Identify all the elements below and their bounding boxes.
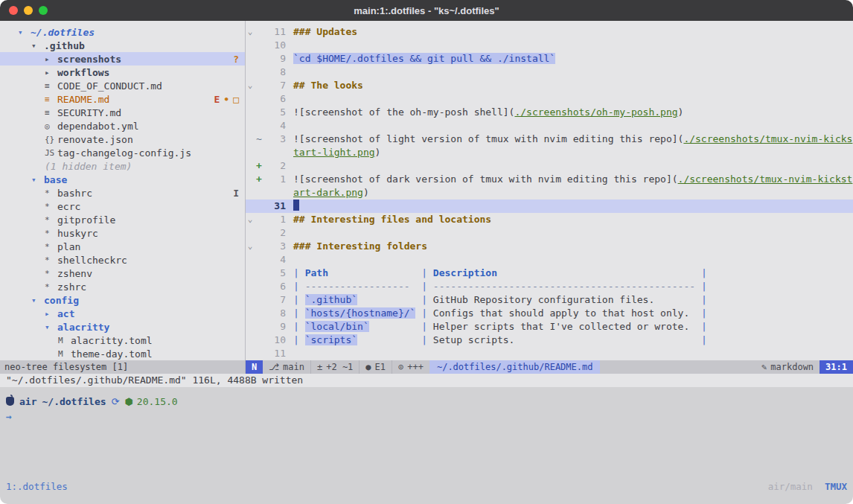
tree-item-ecrc[interactable]: *ecrc — [0, 200, 245, 213]
editor-line[interactable]: 11 — [246, 347, 853, 360]
tree-item-security-md[interactable]: ≡SECURITY.md — [0, 106, 245, 119]
tree-item-dependabot-yml[interactable]: ◎dependabot.yml — [0, 119, 245, 133]
line-number: 8 — [263, 307, 286, 320]
editor-line[interactable]: 5![screenshot of the oh-my-posh shell](.… — [246, 106, 853, 119]
json-file-icon: {} — [45, 135, 57, 144]
tree-item-code-of-conduct-md[interactable]: ≡CODE_OF_CONDUCT.md — [0, 79, 245, 92]
text-segment: | — [293, 294, 305, 305]
line-text: | ------------------ | -----------------… — [293, 280, 853, 293]
folder-open-icon: ▾ — [18, 28, 31, 37]
tree-item-shellcheckrc[interactable]: *shellcheckrc — [0, 253, 245, 267]
apple-icon — [6, 397, 14, 406]
statusline-filepath: ~/.dotfiles/.github/README.md — [429, 360, 601, 374]
editor-line[interactable]: 9| `local/bin` | Helper scripts that I'v… — [246, 320, 853, 334]
tree-item-tag-changelog-config-js[interactable]: JStag-changelog-config.js — [0, 146, 245, 159]
inline-code: `hosts/{hostname}/` — [305, 307, 416, 319]
tree-item-zshenv[interactable]: *zshenv — [0, 267, 245, 280]
line-number: 10 — [263, 334, 286, 347]
text-segment: | — [293, 307, 305, 319]
text-segment: ------------------ — [305, 281, 410, 292]
folder-closed-icon: ▸ — [45, 309, 57, 319]
error-count: E1 — [375, 362, 386, 372]
tmux-window-item[interactable]: 1:.dotfiles — [6, 481, 68, 492]
text-segment — [369, 321, 421, 332]
status-badge: E — [214, 94, 220, 105]
inline-code: `local/bin` — [305, 321, 369, 332]
editor-line[interactable]: ⌄ 7## The looks — [246, 79, 853, 92]
inline-code: `cd $HOME/.dotfiles && git pull && ./ins… — [293, 53, 555, 64]
tree-item-alacritty-toml[interactable]: Malacritty.toml — [0, 334, 245, 347]
tree-item-gitprofile[interactable]: *gitprofile — [0, 213, 245, 226]
editor-line[interactable]: 5| Path | Description | — [246, 267, 853, 280]
editor-line[interactable]: 6 — [246, 92, 853, 106]
tree-item-workflows[interactable]: ▸workflows — [0, 66, 245, 79]
text-segment: Path — [305, 267, 328, 278]
shell-file-icon: * — [45, 202, 57, 211]
tree-item-bashrc[interactable]: *bashrcI — [0, 186, 245, 200]
tree-item-readme-md[interactable]: ≡README.mdE•□ — [0, 92, 245, 106]
tree-item-label: zshenv — [57, 268, 92, 279]
tree-item-1-hidden-item[interactable]: (1 hidden item) — [0, 159, 245, 173]
tree-item-huskyrc[interactable]: *huskyrc — [0, 226, 245, 240]
tree-item-label: screenshots — [57, 54, 121, 65]
tree-item-badges: I — [233, 188, 245, 199]
editor-line[interactable]: 8 — [246, 66, 853, 79]
tree-item-renovate-json[interactable]: {}renovate.json — [0, 133, 245, 146]
editor-line[interactable]: 2 — [246, 226, 853, 240]
js-file-icon: JS — [45, 148, 57, 158]
shell-pane[interactable]: air ~/.dotfiles ⟳ ⬢20.15.0 → 1:.dotfiles… — [0, 387, 853, 504]
line-text: | `.github` | GitHub Repository configur… — [293, 293, 853, 307]
fullscreen-button[interactable] — [39, 6, 48, 15]
minimize-button[interactable] — [24, 6, 33, 15]
tree-item-label: README.md — [57, 94, 109, 105]
text-segment — [328, 267, 421, 278]
editor-line[interactable]: ⌄ 1## Interesting files and locations — [246, 213, 853, 226]
prompt-host: air — [19, 396, 36, 407]
editor-line[interactable]: 4 — [246, 253, 853, 267]
tree-item-theme-day-toml[interactable]: Mtheme-day.toml — [0, 347, 245, 360]
editor-line[interactable]: ~3![screenshot of light version of tmux … — [246, 133, 853, 159]
tree-item-act[interactable]: ▸act — [0, 307, 245, 320]
shell-file-icon: * — [45, 269, 57, 278]
tree-item-config[interactable]: ▾config — [0, 293, 245, 307]
editor-line[interactable]: 10| `scripts` | Setup scripts. | — [246, 334, 853, 347]
editor-line[interactable]: 8| `hosts/{hostname}/` | Configs that sh… — [246, 307, 853, 320]
extra-label: +++ — [407, 362, 424, 372]
editor-line[interactable]: +1![screenshot of dark version of tmux w… — [246, 173, 853, 200]
tree-item-label: theme-day.toml — [71, 348, 153, 360]
markdown-file-icon: ≡ — [45, 95, 57, 104]
text-segment: Configs that should apply to that host o… — [433, 307, 689, 319]
tree-item-dotfiles[interactable]: ▾~/.dotfiles — [0, 25, 245, 39]
close-button[interactable] — [9, 6, 18, 15]
editor-line[interactable]: ⌄ 3### Interesting folders — [246, 240, 853, 253]
text-segment: | — [293, 321, 305, 332]
editor-line[interactable]: +2 — [246, 159, 853, 173]
editor-buffer[interactable]: ⌄ 11### Updates 10 9`cd $HOME/.dotfiles … — [246, 21, 853, 360]
git-diff-segment: ±+2 ~1 — [310, 360, 359, 374]
tree-item-alacritty[interactable]: ▾alacritty — [0, 320, 245, 334]
editor-line[interactable]: 6| ------------------ | ----------------… — [246, 280, 853, 293]
tree-item-screenshots[interactable]: ▸screenshots? — [0, 52, 245, 66]
editor-line[interactable]: 10 — [246, 39, 853, 52]
neotree-status-line: neo-tree filesystem [1] — [0, 360, 246, 374]
line-number: 3 — [263, 240, 286, 253]
tree-item-base[interactable]: ▾base — [0, 173, 245, 186]
line-number: 4 — [263, 253, 286, 267]
line-number: 11 — [263, 25, 286, 39]
editor-line[interactable]: 4 — [246, 119, 853, 133]
tree-item-plan[interactable]: *plan — [0, 240, 245, 253]
node-version: 20.15.0 — [137, 396, 178, 407]
tree-item-github[interactable]: ▾.github — [0, 39, 245, 52]
markdown-link-url[interactable]: ./screenshots/oh-my-posh.png — [514, 106, 677, 118]
editor-line[interactable]: 7| `.github` | GitHub Repository configu… — [246, 293, 853, 307]
line-text: | `local/bin` | Helper scripts that I've… — [293, 320, 853, 334]
line-text: ![screenshot of dark version of tmux wit… — [293, 173, 853, 200]
text-segment: | — [701, 294, 707, 305]
editor-line[interactable]: 9`cd $HOME/.dotfiles && git pull && ./in… — [246, 52, 853, 66]
editor-line[interactable]: ⌄ 11### Updates — [246, 25, 853, 39]
line-number: 1 — [263, 173, 286, 186]
tree-item-label: ~/.dotfiles — [31, 27, 95, 38]
editor-line[interactable]: 31 — [246, 200, 853, 213]
text-segment: ) — [678, 106, 684, 118]
tree-item-zshrc[interactable]: *zshrc — [0, 280, 245, 293]
